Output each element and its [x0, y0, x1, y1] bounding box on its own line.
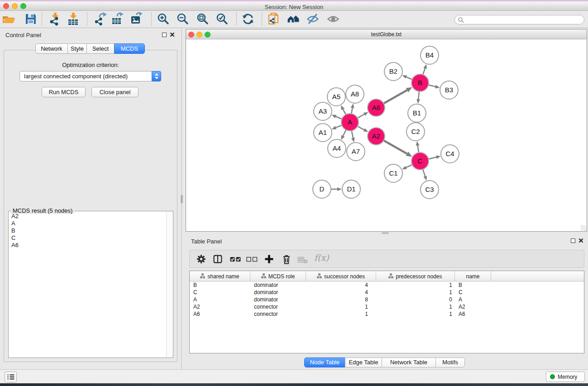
svg-text:A2: A2	[372, 132, 380, 140]
table-row-A6[interactable]: A6connector11A6	[190, 310, 584, 318]
table-cell: 1	[376, 281, 455, 289]
graph-node-B[interactable]: B	[411, 74, 429, 91]
control-panel-float-icon[interactable]	[162, 33, 167, 37]
control-tab-style[interactable]: Style	[67, 43, 87, 54]
open-session-icon[interactable]	[2, 12, 16, 26]
graph-node-B4[interactable]: B4	[421, 46, 439, 64]
run-mcds-button[interactable]: Run MCDS	[42, 87, 86, 97]
memory-button-label: Memory	[558, 374, 577, 380]
graph-node-C3[interactable]: C3	[421, 181, 439, 199]
clone-network-icon[interactable]	[267, 12, 281, 26]
graph-edge-arrowhead	[351, 104, 354, 109]
task-history-button[interactable]	[5, 372, 17, 382]
graph-node-C[interactable]: C	[411, 152, 429, 170]
graph-node-C4[interactable]: C4	[441, 145, 459, 163]
control-tab-mcds[interactable]: MCDS	[114, 43, 145, 54]
graph-node-D1[interactable]: D1	[342, 180, 360, 198]
table-tab-motifs[interactable]: Motifs	[435, 357, 465, 367]
control-panel-close-icon[interactable]	[170, 32, 175, 37]
table-panel-float-icon[interactable]	[571, 238, 575, 243]
graph-node-A[interactable]: A	[341, 114, 359, 131]
graph-edge-arrowhead	[363, 128, 368, 132]
table-tab-edge-table[interactable]: Edge Table	[345, 357, 382, 367]
column-header-predecessor-nodes[interactable]: predecessor nodes	[376, 271, 455, 281]
graph-node-A4[interactable]: A4	[328, 139, 346, 157]
export-network-icon[interactable]	[94, 12, 107, 26]
zoom-out-icon[interactable]	[176, 12, 190, 26]
graph-node-A3[interactable]: A3	[314, 102, 332, 120]
export-table-icon[interactable]	[111, 12, 124, 26]
zoom-fit-icon[interactable]	[196, 12, 210, 26]
table-cell: A6	[455, 310, 491, 318]
network-canvas[interactable]: B4B2BB3A5A8A6A3B1AA1C2A2A4A7C4CC1C3DD1	[186, 39, 587, 231]
graph-node-A1[interactable]: A1	[314, 124, 332, 142]
graph-node-C2[interactable]: C2	[406, 123, 425, 141]
toolbar-separator	[42, 12, 42, 26]
graph-node-A5[interactable]: A5	[327, 88, 345, 106]
column-header-MCDS-role[interactable]: MCDS role	[250, 271, 306, 281]
column-header-successor-nodes[interactable]: successor nodes	[306, 271, 376, 281]
network-graph[interactable]: B4B2BB3A5A8A6A3B1AA1C2A2A4A7C4CC1C3DD1	[186, 39, 587, 231]
graph-node-A7[interactable]: A7	[347, 143, 365, 161]
mcds-result-item[interactable]: A2	[9, 213, 166, 220]
mcds-result-scrollbar[interactable]	[166, 211, 173, 357]
column-header-shared-name[interactable]: shared name	[190, 271, 250, 281]
mcds-result-item[interactable]: A6	[9, 242, 166, 249]
table-row-A[interactable]: Adominator80A	[190, 296, 584, 303]
import-network-icon[interactable]	[48, 12, 62, 26]
deselect-all-checkboxes-icon[interactable]	[246, 256, 258, 262]
graph-edge-arrowhead	[363, 112, 368, 116]
memory-button[interactable]: Memory	[546, 372, 585, 382]
panel-divider-grabber[interactable]	[181, 195, 183, 203]
zoom-selected-icon[interactable]	[215, 12, 229, 26]
show-graphics-details-icon	[326, 12, 340, 26]
criterion-dropdown[interactable]: largest connected component (directed)	[19, 71, 161, 81]
graph-node-B2[interactable]: B2	[384, 62, 402, 81]
show-columns-icon[interactable]	[213, 254, 223, 264]
table-panel-close-icon[interactable]	[578, 238, 583, 243]
search-input[interactable]	[466, 16, 581, 24]
close-panel-button[interactable]: Close panel	[91, 87, 139, 97]
control-tab-select[interactable]: Select	[86, 43, 115, 54]
table-row-C[interactable]: Cdominator41C	[190, 289, 584, 296]
select-all-checkboxes-icon[interactable]	[229, 256, 242, 262]
table-cell: B	[190, 281, 250, 289]
graph-node-B1[interactable]: B1	[408, 104, 426, 122]
table-tab-node-table[interactable]: Node Table	[304, 357, 345, 367]
network-window-titlebar[interactable]: testGlobe.txt	[186, 29, 587, 39]
toolbar-separator	[87, 12, 87, 26]
table-row-B[interactable]: Bdominator41B	[190, 281, 584, 289]
export-image-icon[interactable]	[130, 12, 143, 26]
graph-node-A6[interactable]: A6	[368, 99, 385, 116]
window-resize-handle[interactable]	[581, 225, 586, 231]
dropdown-stepper-icon[interactable]	[152, 71, 161, 81]
mcds-result-item[interactable]: B	[9, 227, 166, 234]
delete-column-trash-icon[interactable]	[282, 254, 291, 264]
control-tab-network[interactable]: Network	[35, 43, 68, 54]
import-table-icon[interactable]	[67, 12, 80, 26]
svg-text:B1: B1	[413, 109, 421, 117]
table-settings-gear-icon[interactable]	[196, 254, 206, 264]
table-cell: A6	[190, 310, 250, 318]
create-column-plus-icon[interactable]	[264, 254, 274, 264]
refresh-icon[interactable]	[241, 12, 255, 26]
graph-node-D[interactable]: D	[313, 180, 331, 198]
graph-node-A8[interactable]: A8	[346, 85, 364, 103]
column-header-name[interactable]: name	[455, 271, 491, 281]
graph-node-B3[interactable]: B3	[440, 81, 458, 99]
hide-graphics-details-icon[interactable]	[306, 12, 320, 26]
column-header-filler	[491, 271, 584, 281]
search-field[interactable]	[454, 15, 584, 24]
graph-node-A2[interactable]: A2	[368, 128, 385, 145]
svg-text:C4: C4	[445, 150, 454, 157]
zoom-in-icon[interactable]	[157, 12, 170, 26]
save-session-icon[interactable]	[24, 12, 38, 26]
graph-node-C1[interactable]: C1	[384, 164, 402, 182]
mcds-result-item[interactable]: C	[9, 234, 166, 242]
table-tab-network-table[interactable]: Network Table	[382, 357, 436, 367]
home-networks-icon[interactable]	[287, 12, 300, 26]
table-panel: Table Panel f(x) shared nameMCDS rolesuc…	[186, 235, 588, 369]
panel-divider-horizontal-grabber[interactable]	[382, 232, 389, 234]
table-row-A2[interactable]: A2connector11A2	[190, 303, 584, 310]
mcds-result-item[interactable]: A	[9, 220, 166, 227]
